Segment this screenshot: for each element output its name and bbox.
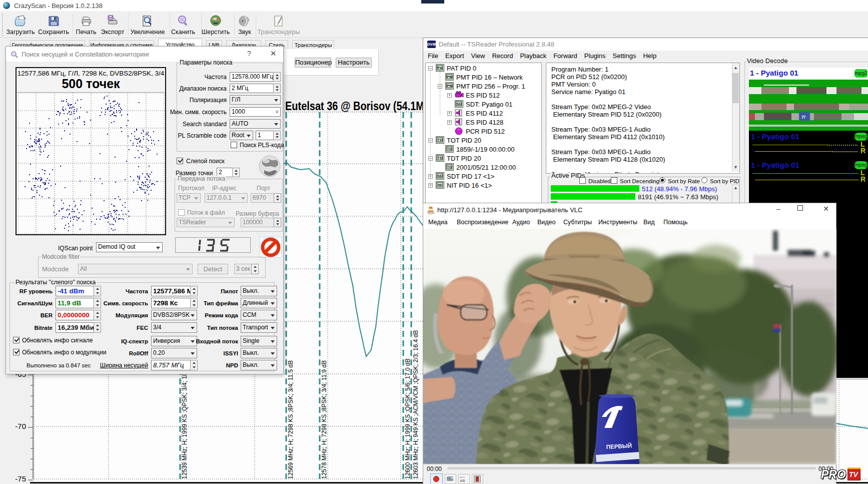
svg-text:12603 MHz; H; 949 KS ;ACM/VCM: 12603 MHz; H; 949 KS ;ACM/VCM ;QPSK; 2/3…: [412, 330, 419, 479]
svg-text:12539 MHz; H; 1999 KS ;QPSK; 3: 12539 MHz; H; 1999 KS ;QPSK; 3/4; 10.5 d…: [181, 358, 188, 479]
svg-text:Eutelsat 36 @ Borisov (54.1M: Eutelsat 36 @ Borisov (54.1M: [285, 99, 424, 113]
svg-text:12600 MHz; H; 1999 KS ;QPSK; 5: 12600 MHz; H; 1999 KS ;QPSK; 5/6; 17.0 d…: [404, 358, 411, 479]
svg-text:-70: -70: [15, 422, 26, 430]
svg-text:12569 MHz; H; 7298 KS ;8PSK; 3: 12569 MHz; H; 7298 KS ;8PSK; 3/4; 11.5 d…: [287, 360, 294, 479]
svg-text:-75: -75: [15, 474, 26, 483]
svg-text:12578 MHz; H; 7298 KS ;8PSK; 3: 12578 MHz; H; 7298 KS ;8PSK; 3/4; 11.9 d…: [321, 360, 328, 479]
svg-text:7!: 7!: [801, 115, 805, 120]
